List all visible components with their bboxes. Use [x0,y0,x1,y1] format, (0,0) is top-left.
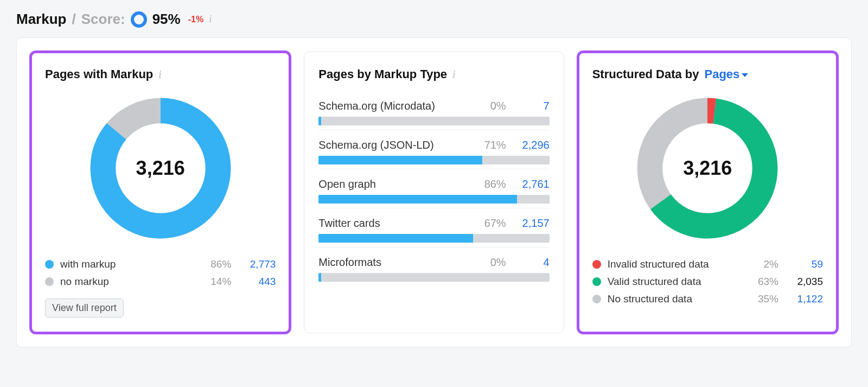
bar-label: Schema.org (Microdata) [318,100,472,112]
bar-item: Schema.org (Microdata)0%7 [318,92,549,130]
legend: with markup86%2,773no markup14%443 [45,258,276,288]
legend-row: with markup86%2,773 [45,258,276,270]
score-percent: 95% [152,11,181,28]
legend-label: No structured data [608,293,742,305]
donut-center-value: 3,216 [631,92,783,244]
legend-percent: 2% [748,258,778,270]
bar-percent: 0% [478,100,506,112]
panel-title: Pages by Markup Type i [318,67,549,81]
bar-track [318,273,549,282]
bar-count[interactable]: 2,157 [512,217,550,230]
score-ring-icon [131,11,147,28]
donut-center-value: 3,216 [85,92,237,244]
bar-item: Schema.org (JSON-LD)71%2,296 [318,131,549,169]
score-delta: -1% [188,15,203,24]
info-icon[interactable]: i [158,68,162,81]
panel-pages-by-markup-type: Pages by Markup Type i Schema.org (Micro… [304,52,564,333]
legend: Invalid structured data2%59Valid structu… [592,258,823,305]
legend-dot-icon [45,260,54,269]
structured-data-scope-dropdown[interactable]: Pages [704,67,748,81]
legend-dot-icon [592,277,601,286]
legend-percent: 35% [748,293,778,305]
bar-count[interactable]: 4 [512,256,550,269]
bar-label: Microformats [318,256,472,269]
legend-percent: 63% [748,276,778,288]
legend-dot-icon [592,295,601,303]
legend-row: No structured data35%1,122 [592,293,823,305]
bar-count[interactable]: 2,761 [512,178,550,191]
legend-count: 2,035 [785,276,823,288]
bar-list: Schema.org (Microdata)0%7Schema.org (JSO… [318,92,549,286]
panel-title: Structured Data by Pages [592,67,823,81]
chevron-down-icon [742,73,748,77]
bar-count[interactable]: 2,296 [512,139,550,151]
panel-title-text: Pages with Markup [45,67,153,81]
info-icon[interactable]: i [452,68,456,81]
bar-track [318,156,549,164]
panel-title-prefix: Structured Data by [592,67,699,81]
bar-track [318,234,549,243]
donut-chart-pages-markup: 3,216 [45,92,276,244]
page-title: Markup [16,11,66,28]
bar-fill [318,234,473,243]
legend-row: Valid structured data63%2,035 [592,276,823,288]
slash: / [72,11,75,28]
bar-fill [318,273,321,282]
bar-item: Open graph86%2,761 [318,170,549,208]
panel-title-text: Pages by Markup Type [318,67,447,81]
legend-label: with markup [60,258,194,270]
bar-item: Microformats0%4 [318,249,549,286]
bar-item: Twitter cards67%2,157 [318,210,549,248]
bar-label: Twitter cards [318,217,472,230]
legend-percent: 86% [201,258,231,270]
panel-title: Pages with Markup i [45,67,276,81]
legend-label: no markup [60,276,194,288]
bar-percent: 86% [478,178,506,191]
bar-label: Open graph [318,178,472,191]
bar-count[interactable]: 7 [512,100,550,112]
view-full-report-button[interactable]: View full report [45,299,124,318]
bar-percent: 67% [478,217,506,230]
bar-label: Schema.org (JSON-LD) [318,139,472,151]
donut-chart-structured-data: 3,216 [592,92,823,244]
legend-percent: 14% [201,276,231,288]
legend-row: Invalid structured data2%59 [592,258,823,270]
bar-percent: 0% [478,256,506,269]
legend-count[interactable]: 443 [238,276,276,288]
legend-count[interactable]: 2,773 [238,258,276,270]
bar-fill [318,117,321,125]
bar-track [318,195,549,204]
score-label: Score: [81,11,125,28]
dropdown-label: Pages [704,67,739,81]
page-header: Markup / Score: 95% -1% i [16,11,852,28]
info-icon[interactable]: i [209,14,212,25]
dashboard-board: Pages with Markup i 3,216 with markup86%… [16,37,852,347]
legend-dot-icon [45,277,54,286]
legend-row: no markup14%443 [45,276,276,288]
bar-fill [318,156,482,164]
bar-fill [318,195,517,204]
bar-percent: 71% [478,139,506,151]
legend-dot-icon [592,260,601,269]
panel-pages-with-markup: Pages with Markup i 3,216 with markup86%… [30,52,290,333]
bar-track [318,117,549,125]
legend-count[interactable]: 1,122 [785,293,823,305]
legend-label: Valid structured data [608,276,742,288]
legend-count[interactable]: 59 [785,258,823,270]
legend-label: Invalid structured data [608,258,742,270]
panel-structured-data: Structured Data by Pages 3,216 Invalid s… [578,52,838,333]
